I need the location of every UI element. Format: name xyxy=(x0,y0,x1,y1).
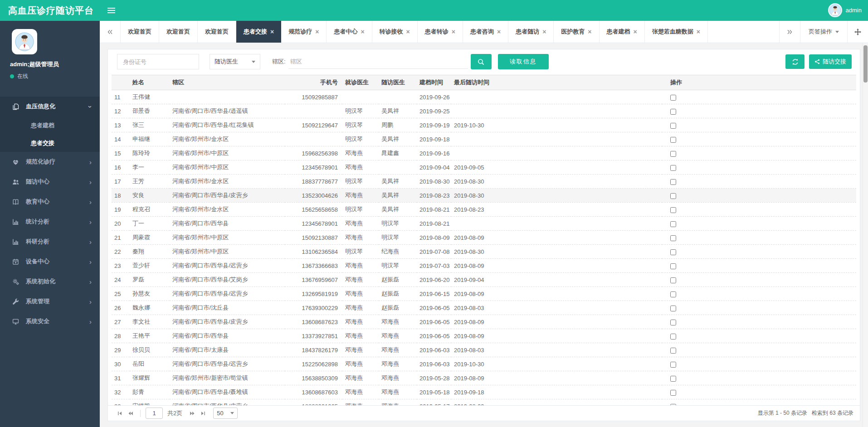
sidebar-item[interactable]: 统计分析› xyxy=(0,212,100,232)
sidebar-item-label: 系统初始化 xyxy=(26,277,55,286)
sidebar-item[interactable]: 随访中心› xyxy=(0,172,100,192)
tabs-scroll-left-button[interactable] xyxy=(100,21,121,43)
fullscreen-toggle-button[interactable] xyxy=(847,21,868,43)
tab[interactable]: 患者随访× xyxy=(508,21,554,43)
row-checkbox[interactable] xyxy=(670,221,676,227)
row-checkbox[interactable] xyxy=(670,334,676,340)
page-number-input[interactable] xyxy=(146,408,163,419)
tab-close-icon[interactable]: × xyxy=(588,29,591,35)
sidebar-item[interactable]: 系统管理› xyxy=(0,291,100,311)
tab-close-icon[interactable]: × xyxy=(697,29,700,35)
row-checkbox[interactable] xyxy=(670,249,676,255)
row-checkbox[interactable] xyxy=(670,165,676,171)
prev-page-button[interactable] xyxy=(125,408,136,419)
sidebar-item[interactable]: 系统初始化› xyxy=(0,272,100,291)
handover-button[interactable]: 随访交接 xyxy=(809,54,852,69)
cell-index: 14 xyxy=(112,132,130,146)
tab-close-icon[interactable]: × xyxy=(497,29,501,35)
tab-close-icon[interactable]: × xyxy=(406,29,410,35)
first-page-button[interactable] xyxy=(114,408,125,419)
tab[interactable]: 患者建档× xyxy=(600,21,645,43)
expand-arrows-icon xyxy=(854,29,861,35)
sidebar-item[interactable]: 科研分析› xyxy=(0,232,100,252)
tab[interactable]: 患者交接× xyxy=(236,21,281,43)
row-checkbox[interactable] xyxy=(670,277,676,283)
tab[interactable]: 患者中心× xyxy=(327,21,372,43)
cell-name: 罗磊 xyxy=(130,273,170,287)
row-checkbox[interactable] xyxy=(670,291,676,297)
row-checkbox[interactable] xyxy=(670,263,676,269)
follow-doctor-select[interactable]: 随访医生 xyxy=(210,54,260,69)
next-page-button[interactable] xyxy=(187,408,198,419)
tab-close-icon[interactable]: × xyxy=(315,29,319,35)
sidebar-item[interactable]: 教育中心› xyxy=(0,192,100,212)
row-checkbox[interactable] xyxy=(670,207,676,213)
row-checkbox[interactable] xyxy=(670,179,676,185)
read-info-button[interactable]: 读取信息 xyxy=(498,54,549,69)
tab-close-icon[interactable]: × xyxy=(634,29,637,35)
sidebar-item-label: 科研分析 xyxy=(26,238,49,246)
tab[interactable]: 医护教育× xyxy=(554,21,599,43)
region-label: 辖区: xyxy=(272,58,286,66)
sidebar-subitem[interactable]: 患者建档 xyxy=(0,116,100,134)
row-checkbox[interactable] xyxy=(670,95,676,101)
cell-created-date: 2019-06-03 xyxy=(417,343,451,357)
row-checkbox[interactable] xyxy=(670,123,676,129)
column-header-index xyxy=(112,75,130,90)
tab-close-icon[interactable]: × xyxy=(542,29,546,35)
row-checkbox[interactable] xyxy=(670,193,676,199)
topbar-user[interactable]: admin xyxy=(828,3,862,17)
sidebar-item[interactable]: 系统安全› xyxy=(0,311,100,331)
region-input[interactable] xyxy=(288,54,468,69)
tabs-scroll-right-button[interactable] xyxy=(779,21,800,43)
tab-close-icon[interactable]: × xyxy=(361,29,364,35)
cell-index: 13 xyxy=(112,118,130,132)
row-checkbox[interactable] xyxy=(670,235,676,241)
column-header: 辖区 xyxy=(170,75,285,90)
cell-actions xyxy=(662,90,856,104)
tab[interactable]: 欢迎首页 xyxy=(198,21,236,43)
records-summary: 显示第 1 - 50 条记录 检索到 63 条记录 xyxy=(758,409,853,417)
sidebar-toggle-icon[interactable] xyxy=(107,8,115,15)
tab-close-icon[interactable]: × xyxy=(270,29,274,35)
row-checkbox[interactable] xyxy=(670,109,676,115)
cell-visit-doctor: 邓海燕 xyxy=(342,287,379,301)
cell-phone: 15625658658 xyxy=(285,203,342,217)
tab[interactable]: 欢迎首页 xyxy=(121,21,159,43)
cell-follow-doctor: 吴凤祥 xyxy=(379,189,417,203)
cell-last-visit-date: 2019-08-03 xyxy=(451,343,662,357)
cell-region: 河南省/周口市/西华县/迟营乡 xyxy=(170,357,285,371)
table-row: 16李一河南省/郑州市/中原区12345678901邓海燕2019-09-042… xyxy=(112,160,856,175)
row-checkbox[interactable] xyxy=(670,320,676,325)
scrollbar-thumb[interactable] xyxy=(863,45,868,82)
row-checkbox[interactable] xyxy=(670,306,676,311)
row-checkbox[interactable] xyxy=(670,390,676,396)
tab[interactable]: 患者咨询× xyxy=(463,21,508,43)
sidebar-subitem[interactable]: 患者交接 xyxy=(0,134,100,152)
row-checkbox[interactable] xyxy=(670,137,676,143)
last-page-button[interactable] xyxy=(198,408,209,419)
sidebar-item[interactable]: 规范化诊疗› xyxy=(0,152,100,172)
row-checkbox[interactable] xyxy=(670,362,676,368)
table-row: 20丁一河南省/周口市/西华县12345678901邓海燕明汉琴2019-08-… xyxy=(112,217,856,231)
column-header: 手机号 xyxy=(285,75,342,90)
row-checkbox[interactable] xyxy=(670,376,676,382)
row-checkbox[interactable] xyxy=(670,348,676,354)
id-number-input[interactable] xyxy=(117,54,199,69)
table-row: 30岳阳河南省/周口市/西华县/迟营乡15225062898邓海燕邓海燕2019… xyxy=(112,357,856,371)
tab[interactable]: 患者转诊× xyxy=(418,21,463,43)
cell-last-visit-date: 2019-10-30 xyxy=(451,357,662,371)
sidebar-item[interactable]: 设备中心› xyxy=(0,252,100,272)
search-button[interactable] xyxy=(471,54,492,69)
tab-close-icon[interactable]: × xyxy=(452,29,455,35)
refresh-button[interactable] xyxy=(785,54,805,69)
tab[interactable]: 转诊接收× xyxy=(372,21,418,43)
tab[interactable]: 欢迎首页 xyxy=(159,21,198,43)
sidebar-item[interactable]: 血压信息化› xyxy=(0,97,100,116)
tab[interactable]: 规范诊疗× xyxy=(281,21,327,43)
row-checkbox[interactable] xyxy=(670,151,676,157)
tab-operations-dropdown[interactable]: 页签操作 xyxy=(800,21,847,43)
cell-visit-doctor: 邓海燕 xyxy=(342,315,379,329)
page-size-select[interactable]: 50 xyxy=(213,408,238,419)
tab[interactable]: 张楚若血糖数据× xyxy=(645,21,708,43)
